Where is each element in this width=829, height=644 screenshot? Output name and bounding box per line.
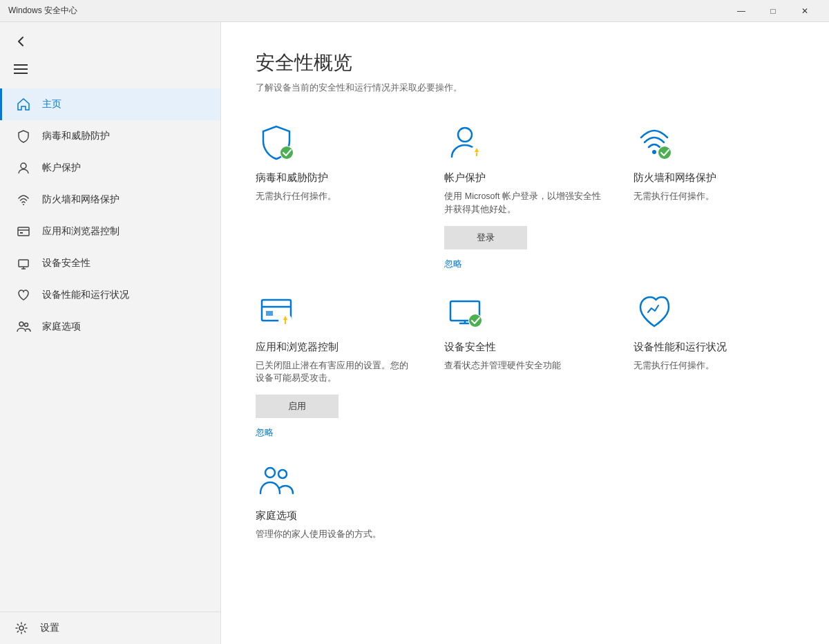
account-card: 帐户保护 使用 Microsoft 帐户登录，以增强安全性并获得其他好处。 登录… <box>444 122 605 270</box>
sidebar-label-family: 家庭选项 <box>42 321 81 333</box>
sidebar-item-device-perf[interactable]: 设备性能和运行状况 <box>0 279 220 311</box>
svg-point-11 <box>19 322 23 326</box>
sidebar-label-home: 主页 <box>42 98 61 111</box>
svg-point-4 <box>23 204 24 205</box>
svg-rect-0 <box>14 64 28 66</box>
svg-rect-7 <box>20 232 23 234</box>
maximize-button[interactable]: □ <box>757 0 789 22</box>
svg-point-12 <box>25 323 28 327</box>
family-icon <box>16 319 31 334</box>
svg-rect-8 <box>19 260 28 267</box>
virus-card-icon <box>256 122 297 163</box>
device-perf-card-title: 设备性能和运行状况 <box>633 341 794 354</box>
account-card-icon <box>444 122 486 163</box>
svg-rect-30 <box>285 319 286 321</box>
sidebar-label-firewall: 防火墙和网络保护 <box>42 193 120 206</box>
sidebar-label-device-perf: 设备性能和运行状况 <box>42 289 129 301</box>
page-subtitle: 了解设备当前的安全性和运行情况并采取必要操作。 <box>256 82 794 94</box>
titlebar-title: Windows 安全中心 <box>8 5 725 17</box>
device-security-card: 设备安全性 查看状态并管理硬件安全功能 <box>444 291 605 439</box>
svg-rect-2 <box>14 73 28 74</box>
svg-point-36 <box>265 468 275 477</box>
svg-rect-20 <box>476 151 477 153</box>
svg-rect-26 <box>266 311 273 316</box>
sidebar-settings[interactable]: 设置 <box>0 612 220 644</box>
virus-card: 病毒和威胁防护 无需执行任何操作。 <box>256 122 417 270</box>
svg-point-35 <box>469 314 482 327</box>
app-card-title: 应用和浏览器控制 <box>256 341 417 354</box>
svg-point-23 <box>658 146 671 159</box>
device-security-card-icon <box>444 291 486 332</box>
app-ignore-link[interactable]: 忽略 <box>256 426 417 439</box>
account-ignore-link[interactable]: 忽略 <box>444 258 605 270</box>
app-card: 应用和浏览器控制 已关闭阻止潜在有害应用的设置。您的设备可能易受攻击。 启用 忽… <box>256 291 417 439</box>
account-login-button[interactable]: 登录 <box>444 226 527 249</box>
svg-point-16 <box>458 128 472 142</box>
sidebar-label-account: 帐户保护 <box>42 162 81 174</box>
app-icon <box>16 224 31 239</box>
hamburger-button[interactable] <box>0 55 220 83</box>
wifi-icon <box>16 192 31 207</box>
app-enable-button[interactable]: 启用 <box>256 395 339 418</box>
main-content: 安全性概览 了解设备当前的安全性和运行情况并采取必要操作。 病毒和威胁防护 无需… <box>221 22 829 644</box>
family-card-desc: 管理你的家人使用设备的方式。 <box>256 528 417 541</box>
svg-point-21 <box>652 150 656 154</box>
device-perf-card: 设备性能和运行状况 无需执行任何操作。 <box>633 291 794 439</box>
firewall-card-icon <box>633 122 675 163</box>
virus-card-desc: 无需执行任何操作。 <box>256 190 417 203</box>
sidebar-label-virus: 病毒和威胁防护 <box>42 130 110 142</box>
back-button[interactable] <box>0 28 220 55</box>
device-security-icon <box>16 256 31 271</box>
family-card-title: 家庭选项 <box>256 509 417 522</box>
account-card-desc: 使用 Microsoft 帐户登录，以增强安全性并获得其他好处。 <box>444 190 605 216</box>
sidebar-item-app[interactable]: 应用和浏览器控制 <box>0 216 220 247</box>
sidebar-item-family[interactable]: 家庭选项 <box>0 311 220 343</box>
family-card: 家庭选项 管理你的家人使用设备的方式。 <box>256 460 417 541</box>
close-button[interactable]: ✕ <box>789 0 821 22</box>
svg-rect-19 <box>476 153 477 156</box>
device-security-card-desc: 查看状态并管理硬件安全功能 <box>444 359 605 372</box>
svg-rect-29 <box>285 321 286 324</box>
sidebar-item-account[interactable]: 帐户保护 <box>0 152 220 184</box>
sidebar-item-home[interactable]: 主页 <box>0 88 220 120</box>
titlebar-controls: — □ ✕ <box>725 0 821 22</box>
app-card-icon <box>256 291 297 332</box>
heart-icon <box>16 287 31 303</box>
svg-point-13 <box>19 626 23 630</box>
family-card-icon <box>256 460 297 501</box>
cards-grid: 病毒和威胁防护 无需执行任何操作。 帐户保护 使用 Microsoft <box>256 122 794 541</box>
firewall-card-desc: 无需执行任何操作。 <box>633 190 794 203</box>
sidebar-item-virus[interactable]: 病毒和威胁防护 <box>0 120 220 152</box>
svg-rect-1 <box>14 68 28 70</box>
firewall-card: 防火墙和网络保护 无需执行任何操作。 <box>633 122 794 270</box>
gear-icon <box>14 621 29 636</box>
account-card-title: 帐户保护 <box>444 171 605 184</box>
shield-icon <box>16 129 31 144</box>
device-perf-card-desc: 无需执行任何操作。 <box>633 359 794 372</box>
home-icon <box>16 97 31 112</box>
person-icon <box>16 160 31 176</box>
sidebar-label-app: 应用和浏览器控制 <box>42 225 120 238</box>
app-card-desc: 已关闭阻止潜在有害应用的设置。您的设备可能易受攻击。 <box>256 359 417 386</box>
page-title: 安全性概览 <box>256 50 794 76</box>
firewall-card-title: 防火墙和网络保护 <box>633 171 794 184</box>
sidebar-item-device-security[interactable]: 设备安全性 <box>0 247 220 279</box>
titlebar: Windows 安全中心 — □ ✕ <box>0 0 829 22</box>
device-security-card-title: 设备安全性 <box>444 341 605 354</box>
settings-label: 设置 <box>40 622 59 634</box>
svg-point-37 <box>278 470 287 478</box>
virus-card-title: 病毒和威胁防护 <box>256 171 417 184</box>
sidebar-label-device-security: 设备安全性 <box>42 257 90 269</box>
svg-point-15 <box>280 146 293 159</box>
sidebar: 主页 病毒和威胁防护 帐户保护 <box>0 22 221 644</box>
svg-point-3 <box>21 163 26 169</box>
device-perf-card-icon <box>633 291 675 332</box>
sidebar-item-firewall[interactable]: 防火墙和网络保护 <box>0 184 220 216</box>
minimize-button[interactable]: — <box>725 0 757 22</box>
svg-rect-5 <box>18 227 29 236</box>
